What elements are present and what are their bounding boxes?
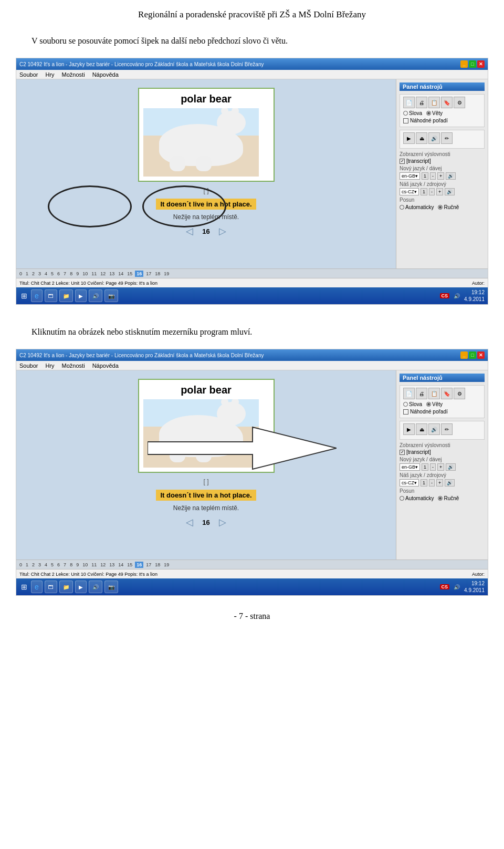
pn-0[interactable]: 0	[18, 271, 23, 276]
pn-12[interactable]: 12	[99, 271, 107, 276]
pn2-14[interactable]: 14	[117, 562, 124, 567]
taskbar2-btn-5[interactable]: 🔊	[89, 581, 102, 593]
taskbar2-ie-btn[interactable]: e	[31, 581, 43, 593]
taskbar-btn-6[interactable]: 📷	[104, 289, 118, 302]
radio-auto[interactable]: Automaticky	[400, 204, 434, 210]
word-card-1[interactable]: polar bear	[138, 88, 275, 182]
menu-napoveda[interactable]: Nápověda	[92, 71, 119, 78]
new-lang-btn2-minus[interactable]: -	[430, 463, 436, 471]
minimize-button[interactable]: _	[460, 60, 468, 68]
close-button[interactable]: ✕	[477, 60, 485, 68]
source-lang-btn-sound[interactable]: 🔊	[445, 188, 455, 195]
tool-icon-2-3[interactable]: 📋	[428, 388, 440, 399]
tool-icon-2-7[interactable]: ⏏	[416, 423, 427, 435]
pn2-8[interactable]: 8	[69, 562, 74, 567]
pn2-4[interactable]: 4	[44, 562, 48, 567]
start-icon-2[interactable]: ⊞	[19, 582, 29, 592]
pn-16[interactable]: 16	[135, 271, 143, 277]
pn2-2[interactable]: 2	[31, 562, 36, 567]
tool-icon-2-4[interactable]: 🔖	[441, 388, 453, 399]
tool-icon-9[interactable]: ✏	[441, 132, 453, 144]
tool-icon-2-1[interactable]: 📄	[403, 388, 415, 399]
taskbar-btn-3[interactable]: 📁	[59, 289, 73, 302]
pn-5[interactable]: 5	[50, 271, 55, 276]
pn2-15[interactable]: 15	[126, 562, 133, 567]
taskbar2-btn-4[interactable]: ▶	[75, 581, 87, 593]
pn-7[interactable]: 7	[62, 271, 67, 276]
taskbar2-btn-3[interactable]: 📁	[59, 581, 73, 593]
tool-icon-1[interactable]: 📄	[403, 97, 415, 108]
source-lang-dropdown[interactable]: cs-CZ▾	[400, 188, 419, 195]
bear-image-2[interactable]	[143, 399, 259, 468]
pn-18[interactable]: 18	[154, 271, 161, 276]
pn2-0[interactable]: 0	[18, 562, 23, 567]
pn2-6[interactable]: 6	[56, 562, 61, 567]
pn-8[interactable]: 8	[69, 271, 74, 276]
tool-icon-7[interactable]: ⏏	[416, 132, 427, 144]
source-lang-btn-minus[interactable]: -	[429, 188, 435, 195]
tool-icon-2[interactable]: 🖨	[416, 97, 427, 108]
pn2-11[interactable]: 11	[90, 562, 98, 567]
new-lang-btn-plus[interactable]: +	[437, 172, 444, 180]
pn2-1[interactable]: 1	[25, 562, 29, 567]
taskbar-btn-4[interactable]: ▶	[75, 289, 87, 302]
pn-1[interactable]: 1	[25, 271, 29, 276]
tool-icon-8[interactable]: 🔊	[428, 132, 440, 144]
menu-soubor-2[interactable]: Soubor	[19, 363, 38, 369]
taskbar2-btn-6[interactable]: 📷	[104, 581, 118, 593]
source-lang-btn-1[interactable]: 1	[421, 188, 427, 195]
minimize-button-2[interactable]: _	[460, 351, 468, 359]
pn-3[interactable]: 3	[37, 271, 42, 276]
pn2-12[interactable]: 12	[99, 562, 107, 567]
maximize-button-2[interactable]: □	[469, 351, 476, 359]
next-arrow-2[interactable]: ▷	[215, 516, 230, 528]
bear-image-1[interactable]	[143, 108, 259, 177]
close-button-2[interactable]: ✕	[477, 351, 485, 359]
new-lang-btn2-plus[interactable]: +	[437, 463, 444, 471]
menu-napoveda-2[interactable]: Nápověda	[92, 363, 119, 369]
radio-slova[interactable]: Slova	[403, 110, 422, 116]
new-lang-btn2-sound[interactable]: 🔊	[446, 463, 456, 471]
random-order-checkbox[interactable]	[403, 118, 408, 123]
radio-vety-2[interactable]: Věty	[426, 401, 443, 407]
source-lang-dropdown-2[interactable]: cs-CZ▾	[400, 479, 419, 486]
pn2-10[interactable]: 10	[81, 562, 89, 567]
source-lang-btn2-sound[interactable]: 🔊	[445, 479, 455, 486]
pn-6[interactable]: 6	[56, 271, 61, 276]
new-lang-btn-sound[interactable]: 🔊	[446, 172, 456, 180]
tool-icon-2-9[interactable]: ✏	[441, 423, 453, 435]
radio-slova-2[interactable]: Slova	[403, 401, 422, 407]
radio-auto-2[interactable]: Automaticky	[400, 495, 434, 501]
pn-17[interactable]: 17	[145, 271, 152, 276]
menu-moznosti-2[interactable]: Možnosti	[62, 363, 85, 369]
prev-arrow-2[interactable]: ◁	[182, 516, 197, 528]
word-card-2[interactable]: polar bear	[138, 379, 275, 473]
new-lang-dropdown-2[interactable]: en-GB▾	[400, 463, 420, 471]
pn-9[interactable]: 9	[75, 271, 80, 276]
pn-15[interactable]: 15	[126, 271, 133, 276]
new-lang-dropdown[interactable]: en-GB▾	[400, 172, 420, 180]
tool-icon-2-5[interactable]: ⚙	[454, 388, 465, 399]
tool-icon-5[interactable]: ⚙	[454, 97, 465, 108]
pn2-5[interactable]: 5	[50, 562, 55, 567]
source-lang-btn2-minus[interactable]: -	[429, 479, 435, 486]
random-order-checkbox-2[interactable]	[403, 409, 408, 415]
new-lang-btn2-1[interactable]: 1	[422, 463, 428, 471]
pn2-19[interactable]: 19	[163, 562, 170, 567]
tool-icon-3[interactable]: 📋	[428, 97, 440, 108]
tool-icon-2-2[interactable]: 🖨	[416, 388, 427, 399]
tool-icon-6[interactable]: ▶	[403, 132, 415, 144]
radio-vety[interactable]: Věty	[426, 110, 443, 116]
start-icon-1[interactable]: ⊞	[19, 291, 29, 301]
new-lang-btn-1[interactable]: 1	[422, 172, 428, 180]
pn-2[interactable]: 2	[31, 271, 36, 276]
pn2-18[interactable]: 18	[154, 562, 161, 567]
pn2-16[interactable]: 16	[135, 562, 143, 568]
taskbar-app-btn[interactable]: 🗔	[45, 289, 57, 302]
taskbar-ie-btn[interactable]: e	[31, 289, 43, 302]
next-arrow-1[interactable]: ▷	[215, 225, 230, 237]
pn-13[interactable]: 13	[108, 271, 116, 276]
source-lang-btn-plus[interactable]: +	[436, 188, 443, 195]
menu-moznosti[interactable]: Možnosti	[62, 71, 85, 78]
pn-11[interactable]: 11	[90, 271, 98, 276]
